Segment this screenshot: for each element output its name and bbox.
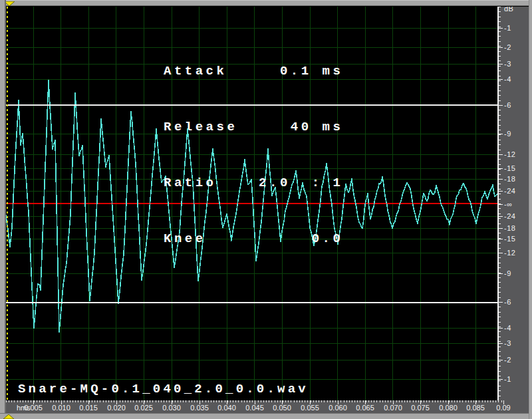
time-axis-label: 0.055 bbox=[301, 404, 319, 412]
db-axis-ruler[interactable]: dB-1-2-3-4-6-9-12-15-18-24-∞-24-18-15-12… bbox=[499, 7, 529, 400]
time-axis-label: 0.080 bbox=[439, 404, 458, 412]
db-axis-label: -15 bbox=[504, 235, 515, 243]
time-axis-label: 0.015 bbox=[79, 404, 98, 412]
compressor-waveform-window: Attack 0.1 ms Release 40 ms Ratio 2.0 : … bbox=[0, 0, 532, 419]
db-tick-marks bbox=[499, 7, 504, 400]
db-axis-label: -24 bbox=[504, 187, 515, 195]
left-frame bbox=[0, 0, 6, 419]
db-axis-label: -24 bbox=[504, 212, 515, 220]
db-axis-label: -18 bbox=[504, 224, 515, 232]
filename-label: Snare-MQ-0.1_040_2.0_0.0.wav bbox=[18, 382, 309, 396]
compressor-params: Attack 0.1 ms Release 40 ms Ratio 2.0 : … bbox=[164, 25, 343, 285]
db-axis-label: -2 bbox=[504, 356, 511, 364]
db-axis-label: dB bbox=[504, 7, 513, 13]
db-axis-label: -12 bbox=[504, 150, 515, 158]
bottom-marker-bar[interactable] bbox=[0, 413, 532, 419]
time-axis-label: 0.065 bbox=[356, 404, 374, 412]
time-axis-label: 0.070 bbox=[384, 404, 402, 412]
time-axis-label: 0.020 bbox=[107, 404, 126, 412]
waveform-plot[interactable]: Attack 0.1 ms Release 40 ms Ratio 2.0 : … bbox=[6, 7, 497, 400]
time-axis-label: 0.035 bbox=[190, 404, 209, 412]
time-axis-label: 0.050 bbox=[273, 404, 291, 412]
db-axis-label: -9 bbox=[504, 130, 511, 138]
db-axis-label: -6 bbox=[504, 101, 511, 109]
param-attack: Attack 0.1 ms bbox=[164, 62, 343, 80]
time-axis-label: 0.045 bbox=[245, 404, 264, 412]
db-axis-label: -6 bbox=[504, 298, 511, 306]
param-release: Release 40 ms bbox=[164, 118, 343, 136]
time-axis-ruler[interactable]: hms 0.0050.0100.0150.0200.0250.0300.0350… bbox=[6, 400, 532, 413]
time-axis-label: 0.085 bbox=[466, 404, 485, 412]
right-frame bbox=[529, 0, 532, 419]
time-axis-label: 0.025 bbox=[134, 404, 153, 412]
db-axis-label: -4 bbox=[504, 324, 511, 332]
db-axis-label: -∞ bbox=[504, 200, 513, 208]
selection-marker-bottom-icon[interactable] bbox=[3, 414, 15, 419]
db-axis-label: -3 bbox=[504, 339, 511, 347]
db-axis-label: -1 bbox=[504, 375, 511, 383]
param-ratio: Ratio 2.0 : 1 bbox=[164, 174, 343, 192]
time-axis-label: 0.060 bbox=[329, 404, 347, 412]
db-axis-label: -18 bbox=[504, 175, 515, 183]
time-axis-label: 0.005 bbox=[24, 404, 43, 412]
db-axis-label: -15 bbox=[504, 164, 515, 172]
param-knee: Knee 0.0 bbox=[164, 229, 343, 248]
top-marker-bar[interactable] bbox=[0, 0, 532, 6]
db-axis-label: -12 bbox=[504, 249, 515, 257]
db-axis-label: -1 bbox=[504, 24, 511, 32]
db-axis-label: -4 bbox=[504, 75, 511, 83]
time-axis-label: 0.09 bbox=[496, 404, 510, 412]
time-axis-label: 0.030 bbox=[162, 404, 181, 412]
db-axis-label: -2 bbox=[504, 43, 511, 51]
time-axis-label: 0.040 bbox=[217, 404, 236, 412]
db-axis-label: -3 bbox=[504, 60, 511, 68]
time-axis-label: 0.010 bbox=[52, 404, 70, 412]
time-axis-label: 0.075 bbox=[411, 404, 430, 412]
db-axis-label: -9 bbox=[504, 269, 511, 277]
